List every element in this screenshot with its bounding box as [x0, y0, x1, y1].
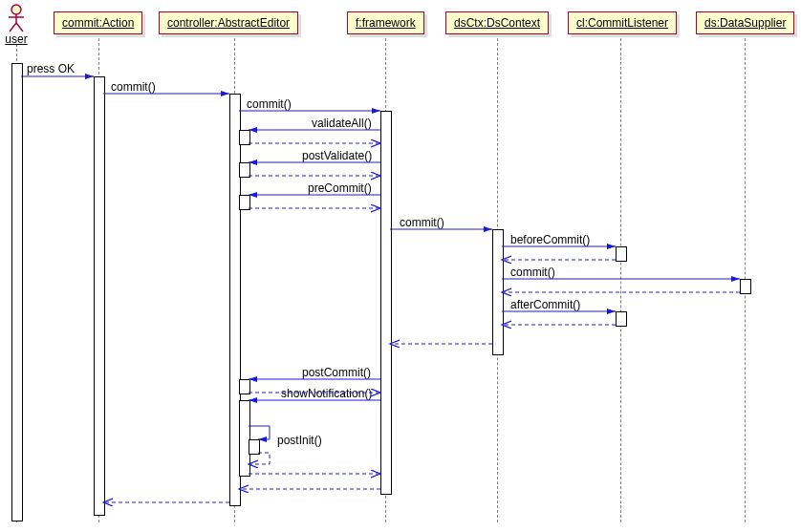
activation-postvalidate	[239, 162, 250, 178]
activation-precommit	[239, 195, 250, 210]
msg-commit1: commit()	[111, 80, 156, 94]
participant-dsctx: dsCtx:DsContext	[445, 11, 549, 34]
msg-postinit: postInit()	[277, 434, 322, 447]
msg-commit2: commit()	[247, 97, 292, 111]
actor-user: user	[4, 4, 29, 46]
activation-validate	[239, 130, 250, 145]
svg-line-4	[16, 23, 23, 32]
activation-ds-commit	[740, 279, 751, 294]
activation-shownotif	[239, 400, 250, 477]
participant-ds: ds:DataSupplier	[696, 11, 794, 34]
participant-cl: cl:CommitListener	[568, 11, 677, 34]
msg-press-ok: press OK	[27, 62, 75, 75]
activation-beforecommit	[616, 246, 627, 262]
activation-user	[11, 63, 23, 521]
msg-beforecommit: beforeCommit()	[510, 233, 590, 246]
svg-line-3	[10, 23, 16, 32]
actor-label: user	[4, 32, 29, 46]
msg-postcommit: postCommit()	[302, 366, 371, 379]
participant-commit: commit:Action	[54, 11, 142, 34]
stickman-icon	[4, 4, 29, 32]
msg-commit3: commit()	[400, 216, 444, 229]
msg-shownotif: showNotification()	[281, 387, 372, 400]
msg-postvalidate: postValidate()	[302, 149, 372, 162]
activation-postinit	[249, 439, 260, 455]
msg-precommit: preCommit()	[308, 181, 372, 195]
activation-framework	[380, 111, 392, 495]
activation-dsctx	[492, 229, 504, 355]
msg-aftercommit: afterCommit()	[510, 298, 580, 311]
svg-point-0	[11, 5, 21, 14]
sequence-diagram: user commit:Action controller:AbstractEd…	[0, 0, 801, 532]
activation-postcommit	[239, 379, 250, 394]
participant-framework: f:framework	[347, 11, 424, 34]
activation-commit	[94, 76, 105, 516]
participant-controller: controller:AbstractEditor	[159, 11, 298, 34]
msg-commit4: commit()	[510, 266, 555, 279]
lifeline-cl	[620, 38, 621, 522]
activation-aftercommit	[616, 311, 627, 327]
msg-validateall: validateAll()	[312, 117, 372, 130]
